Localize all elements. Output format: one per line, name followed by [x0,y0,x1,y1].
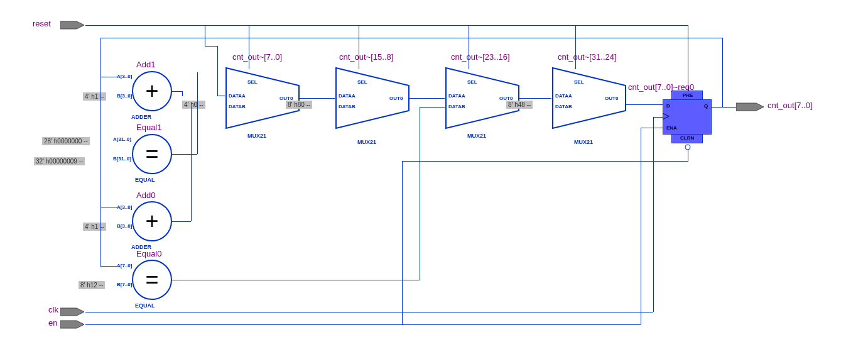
reg-clrn: CLRN [680,135,694,141]
pin-label-en: en [48,318,57,328]
reg-d: D [666,103,670,109]
svg-marker-8 [663,113,669,119]
mux3-dataa: DATAA [448,93,465,99]
equal1-porta: A[31..0] [113,136,131,142]
wire-clk-v [653,117,654,312]
w-clrn-h [402,161,688,162]
equal0-block[interactable]: = [132,260,172,300]
wire-en-v [641,128,641,324]
input-pin-reset[interactable] [60,20,85,30]
mux4-type: MUX21 [574,139,593,145]
w-fb-v [722,38,723,107]
reg-block[interactable]: PRE D Q ENA CLRN [663,91,712,145]
add0-portb: B[3..0] [117,223,132,229]
add0-porta: A[3..0] [117,204,132,210]
w-regout [712,107,736,108]
equal0-sym: = [145,267,158,293]
w-clrn-v [688,150,688,161]
equal0-title: Equal0 [136,249,161,258]
equal1-sym: = [145,141,158,167]
pin-label-reset: reset [33,19,51,28]
mux1-datab: DATAB [229,104,246,109]
w-sel2 [359,25,359,69]
w-sel4 [575,25,576,69]
w-m1m2 [299,98,335,99]
mux1-dataa: DATAA [229,93,246,99]
add0-title: Add0 [136,191,155,200]
w-eq0v [420,107,420,280]
mux4-datab: DATAB [555,104,572,109]
wire-b1h [205,46,217,47]
svg-marker-0 [60,21,84,29]
add1-portb: B[3..0] [117,93,132,99]
svg-point-9 [685,145,690,150]
add0-block[interactable]: + [132,201,172,241]
mux2-sel: SEL [357,79,367,85]
w-clrn-v2 [402,161,403,324]
wire-en [85,324,641,325]
add0-constb: 4' h1 -- [83,223,106,231]
equal0-type: EQUAL [135,302,155,309]
mux4-title: cnt_out~[31..24] [558,52,617,62]
mux2-constb: 8' h80 -- [286,101,312,109]
add1-title: Add1 [136,60,155,69]
w-fb-v2 [100,38,101,267]
mux2-title: cnt_out~[15..8] [339,52,393,62]
equal1-constb: 32' h00000009 -- [34,157,85,165]
wire-reset-b1 [205,25,205,46]
equal1-title: Equal1 [136,123,161,132]
wire-clk [85,312,653,312]
mux3-datab: DATAB [448,104,465,109]
w-m3m4 [519,98,551,99]
wire-clk-h2 [653,117,663,118]
equal1-block[interactable]: = [132,134,172,174]
wire-b1a [217,96,225,96]
schematic-canvas: reset clk en cnt_out[7..0] Add1 + A[3..0… [0,0,868,359]
mux3-type: MUX21 [467,133,486,139]
svg-marker-3 [736,103,764,111]
wire-en-h2 [641,128,663,128]
mux4-sel: SEL [574,79,584,85]
wire-b1v [217,46,218,96]
w-eq0out [172,280,420,280]
w-eq1out-v [197,72,198,154]
input-pin-en[interactable] [60,319,85,329]
equal1-portb: B[31..0] [113,156,131,162]
mux2-dataa: DATAA [339,93,355,99]
wire-reset-h [85,25,688,26]
w-fb-a0 [100,207,117,207]
svg-marker-1 [60,308,84,316]
w-m2m3 [409,98,445,99]
w-add1out [172,91,182,92]
mux1-sel: SEL [247,79,258,85]
mux3-sel: SEL [467,79,477,85]
w-fb-a1 [100,77,117,77]
mux1-type: MUX21 [247,133,266,139]
output-pin-cnt-out[interactable] [736,102,765,112]
mux4-constb: 8' h48 -- [506,101,533,109]
mux3-title: cnt_out~[23..16] [451,52,510,62]
w-m4reg [626,104,663,105]
pin-label-clk: clk [48,305,58,314]
add1-block[interactable]: + [132,71,172,111]
mux4-dataa: DATAA [555,93,572,99]
equal0-constb: 8' h12 -- [79,281,105,289]
w-fb-eq0 [100,266,117,267]
equal0-portb: B[7..0] [117,282,132,287]
w-add0v [191,107,192,221]
add1-constb: 4' h1 -- [83,92,106,101]
w-sel1 [249,25,249,69]
w-eq1out [172,154,197,155]
equal0-porta: A[7..0] [117,263,132,268]
mux2-out: OUT0 [389,96,403,101]
w-fb-h [100,38,722,38]
w-add1out-v [182,91,183,96]
reg-ena: ENA [666,125,677,131]
input-pin-clk[interactable] [60,307,85,317]
add1-sym: + [145,78,158,104]
mux1-constb: 4' h0 -- [182,101,205,109]
mux1-title: cnt_out~[7..0] [232,52,282,62]
w-add0out [172,221,191,222]
equal1-type: EQUAL [135,177,155,183]
reg-pre: PRE [683,92,693,98]
